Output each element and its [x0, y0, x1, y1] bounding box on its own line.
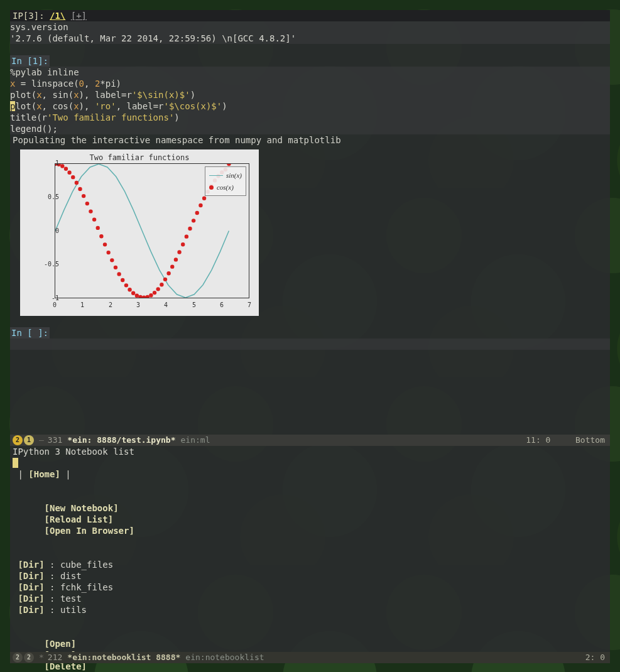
cell-2[interactable]: [10, 339, 610, 350]
svg-point-33: [170, 265, 174, 269]
dir-name[interactable]: cube_files: [60, 560, 113, 570]
xtick: 3: [136, 300, 140, 311]
code-line: '2.7.6 (default, Mar 22 2014, 22:59:56) …: [10, 33, 607, 44]
open-button[interactable]: [Open]: [45, 639, 77, 649]
svg-point-22: [131, 291, 135, 295]
notebook-pane: IP[3]: /1\ [+] sys.version '2.7.6 (defau…: [10, 10, 610, 435]
svg-point-36: [181, 242, 185, 246]
breadcrumb: | [Home] |: [13, 469, 607, 480]
svg-point-28: [153, 291, 156, 295]
major-mode: ein:notebooklist: [185, 652, 264, 663]
svg-point-41: [199, 203, 202, 207]
svg-point-7: [78, 187, 82, 191]
svg-point-14: [103, 242, 107, 246]
svg-point-29: [156, 287, 160, 291]
ytick: -0.5: [44, 259, 59, 270]
svg-point-24: [138, 295, 142, 298]
svg-point-16: [110, 258, 114, 262]
scroll-location: Bottom: [575, 435, 605, 445]
list-item: [Open] [Stop] [Delete] : test.ipynb: [13, 615, 607, 672]
reload-list-button[interactable]: [Reload List]: [45, 514, 114, 524]
tab-active[interactable]: /1\: [50, 11, 65, 21]
dir-button[interactable]: [Dir]: [18, 605, 44, 615]
svg-point-30: [160, 283, 163, 286]
dir-name[interactable]: utils: [60, 605, 87, 615]
svg-point-4: [67, 171, 71, 175]
svg-point-34: [174, 257, 178, 261]
svg-point-2: [60, 164, 64, 168]
svg-point-15: [106, 251, 110, 254]
legend-item: sin(x): [209, 170, 242, 181]
svg-point-17: [114, 266, 117, 269]
cell-prompt: In [ ]:: [10, 327, 50, 339]
svg-point-18: [117, 272, 121, 276]
legend-label: cos(x): [217, 182, 234, 193]
svg-point-38: [188, 227, 192, 230]
home-button[interactable]: [Home]: [28, 469, 60, 479]
xtick: 4: [164, 300, 168, 311]
dir-button[interactable]: [Dir]: [18, 560, 44, 570]
dir-button[interactable]: [Dir]: [18, 582, 44, 592]
list-item: [Dir] : utils: [13, 604, 607, 615]
svg-point-12: [96, 226, 100, 230]
dir-name[interactable]: test: [60, 593, 82, 604]
ytick: 0: [55, 225, 59, 237]
svg-point-40: [195, 211, 199, 215]
tab-add-button[interactable]: [+]: [71, 11, 87, 21]
cell-1[interactable]: %pylab inline x = linspace(0, 2*pi) plot…: [10, 67, 610, 134]
legend-label: sin(x): [226, 170, 242, 181]
ytick: 0.5: [48, 192, 59, 203]
code-line: legend();: [10, 123, 607, 134]
svg-point-3: [64, 167, 68, 171]
cell-output: Populating the interactive namespace fro…: [10, 134, 610, 146]
modeline-top: 2 1 — 331 *ein: 8888/test.ipynb* ein:ml …: [10, 435, 610, 446]
xtick: 6: [220, 300, 224, 311]
new-notebook-button[interactable]: [New Notebook]: [45, 503, 119, 513]
cursor-position: 11: 0: [526, 435, 550, 445]
spacer: [10, 44, 610, 55]
svg-point-39: [192, 219, 195, 222]
legend: sin(x) cos(x): [205, 166, 246, 196]
cursor: [13, 458, 18, 468]
modeline-indicator-icon: 2: [24, 653, 34, 663]
cell-0[interactable]: sys.version '2.7.6 (default, Mar 22 2014…: [10, 21, 610, 44]
open-in-browser-button[interactable]: [Open In Browser]: [45, 526, 134, 536]
svg-point-42: [202, 197, 206, 200]
dir-name[interactable]: dist: [60, 571, 82, 581]
svg-point-5: [71, 175, 75, 179]
code-line: plot(x, cos(x), 'ro', label=r'$\cos(x)$'…: [10, 100, 607, 112]
code-line: plot(x, sin(x), label=r'$\sin(x)$'): [10, 89, 607, 100]
notebooklist-pane: IPython 3 Notebook list | [Home] | [New …: [10, 446, 610, 652]
xtick: 0: [53, 300, 57, 311]
line-number: 331: [48, 435, 62, 446]
dir-button[interactable]: [Dir]: [18, 593, 44, 604]
cell-prompt: In [1]:: [10, 55, 50, 67]
buffer-name[interactable]: *ein:notebooklist 8888*: [67, 652, 180, 663]
buffer-name[interactable]: *ein: 8888/test.ipynb*: [67, 435, 175, 446]
legend-dot-icon: [209, 185, 214, 190]
xtick: 2: [109, 300, 112, 311]
list-item: [Dir] : fchk_files: [13, 582, 607, 593]
svg-point-37: [185, 234, 188, 238]
svg-point-23: [135, 294, 139, 298]
code-line: x = linspace(0, 2*pi): [10, 78, 607, 89]
svg-point-11: [92, 217, 96, 221]
svg-point-32: [166, 271, 170, 275]
modeline-indicator-icon: 2: [13, 435, 23, 445]
plot-output: Two familiar functions sin(x) cos(x) 1 0…: [20, 149, 259, 316]
dir-button[interactable]: [Dir]: [18, 571, 44, 581]
modeline-indicator-icon: 1: [24, 435, 34, 445]
xtick: 5: [192, 300, 196, 311]
code-line: title(r'Two familiar functions'): [10, 112, 607, 123]
dir-name[interactable]: fchk_files: [60, 582, 113, 592]
svg-point-35: [177, 250, 181, 254]
svg-point-20: [124, 283, 128, 287]
svg-point-8: [82, 194, 85, 198]
code-line: sys.version: [10, 21, 607, 33]
svg-point-10: [89, 209, 92, 213]
list-item: [Dir] : dist: [13, 570, 607, 582]
plot-area: sin(x) cos(x): [55, 163, 249, 298]
xtick: 1: [80, 300, 84, 311]
svg-point-26: [146, 295, 150, 298]
spacer: [10, 316, 610, 327]
